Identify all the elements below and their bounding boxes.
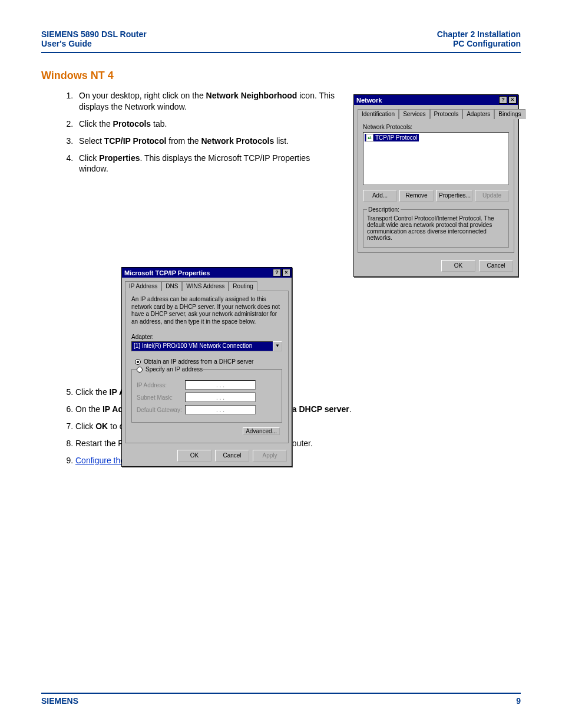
ip-address-input[interactable]: . . .	[185, 380, 256, 390]
page-footer: SIEMENS 9	[41, 693, 521, 706]
remove-button[interactable]: Remove	[399, 190, 434, 202]
network-tabs: Identification Services Protocols Adapte…	[354, 105, 518, 118]
subnet-mask-input[interactable]: . . .	[185, 393, 256, 402]
header-right: Chapter 2 Installation PC Configuration	[437, 29, 521, 48]
close-icon[interactable]: ×	[282, 269, 290, 276]
radio-icon	[137, 367, 143, 373]
radio-obtain-dhcp[interactable]: Obtain an IP address from a DHCP server	[135, 358, 282, 365]
network-dialog: Network ? × Identification Services Prot…	[353, 94, 518, 277]
specify-ip-group: Specify an IP address IP Address:. . . S…	[131, 366, 282, 423]
tab-bindings[interactable]: Bindings	[494, 109, 525, 119]
default-gateway-input[interactable]: . . .	[185, 405, 256, 414]
network-protocols-label: Network Protocols:	[363, 124, 509, 130]
instruction-list-top: On your desktop, right click on the Netw…	[41, 90, 336, 174]
apply-button[interactable]: Apply	[253, 450, 287, 462]
subnet-mask-label: Subnet Mask:	[137, 394, 183, 401]
network-title: Network	[356, 97, 382, 104]
tab-routing[interactable]: Routing	[229, 281, 257, 291]
tcpip-properties-dialog: Microsoft TCP/IP Properties ? × IP Addre…	[121, 267, 292, 467]
ok-button[interactable]: OK	[177, 450, 211, 462]
tcpip-tabs: IP Address DNS WINS Address Routing	[122, 278, 292, 291]
header-section: PC Configuration	[437, 39, 521, 48]
network-protocols-list[interactable]: ⇄ TCP/IP Protocol	[363, 132, 509, 185]
help-icon[interactable]: ?	[273, 269, 281, 276]
section-title: Windows NT 4	[41, 70, 521, 82]
ip-address-label: IP Address:	[137, 382, 183, 388]
update-button[interactable]: Update	[475, 190, 509, 202]
tab-adapters[interactable]: Adapters	[462, 109, 494, 119]
description-group: Description: Transport Control Protocol/…	[363, 206, 509, 248]
network-titlebar[interactable]: Network ? ×	[354, 95, 518, 105]
tab-dns[interactable]: DNS	[161, 281, 182, 291]
header-guide: User's Guide	[41, 39, 147, 48]
tab-services[interactable]: Services	[399, 109, 429, 119]
ok-button[interactable]: OK	[441, 260, 475, 272]
header-left: SIEMENS 5890 DSL Router User's Guide	[41, 29, 147, 48]
header-product: SIEMENS 5890 DSL Router	[41, 29, 147, 39]
footer-brand: SIEMENS	[41, 696, 78, 706]
step-4: Click Properties. This displays the Micr…	[75, 153, 336, 175]
properties-button[interactable]: Properties...	[436, 190, 472, 202]
tab-ip-address[interactable]: IP Address	[125, 281, 161, 291]
step-1: On your desktop, right click on the Netw…	[75, 90, 336, 113]
adapter-value: [1] Intel(R) PRO/100 VM Network Connecti…	[131, 341, 273, 351]
radio-specify-ip[interactable]: Specify an IP address	[137, 366, 203, 373]
adapter-combo[interactable]: [1] Intel(R) PRO/100 VM Network Connecti…	[131, 341, 282, 351]
description-text: Transport Control Protocol/Internet Prot…	[367, 215, 505, 243]
tcpip-help-text: An IP address can be automatically assig…	[131, 296, 282, 325]
tcpip-title: Microsoft TCP/IP Properties	[124, 269, 210, 276]
step-2: Click the Protocols tab.	[75, 118, 336, 130]
cancel-button[interactable]: Cancel	[479, 260, 513, 272]
description-legend: Description:	[367, 206, 401, 213]
page-number: 9	[516, 696, 521, 706]
tab-identification[interactable]: Identification	[358, 109, 399, 119]
close-icon[interactable]: ×	[508, 96, 517, 104]
header-chapter: Chapter 2 Installation	[437, 29, 521, 39]
step-3: Select TCP/IP Protocol from the Network …	[75, 136, 336, 147]
chevron-down-icon[interactable]: ▼	[273, 341, 282, 351]
list-item-tcpip[interactable]: ⇄ TCP/IP Protocol	[365, 134, 419, 141]
tab-wins-address[interactable]: WINS Address	[182, 281, 229, 291]
add-button[interactable]: Add...	[363, 190, 397, 202]
default-gateway-label: Default Gateway:	[137, 407, 183, 413]
adapter-label: Adapter:	[131, 334, 282, 340]
advanced-button[interactable]: Advanced...	[243, 427, 280, 435]
protocol-icon: ⇄	[366, 134, 373, 141]
help-icon[interactable]: ?	[499, 96, 507, 104]
radio-icon	[135, 359, 141, 365]
tab-protocols[interactable]: Protocols	[430, 109, 463, 119]
page-header: SIEMENS 5890 DSL Router User's Guide Cha…	[41, 29, 521, 53]
cancel-button[interactable]: Cancel	[215, 450, 249, 462]
tcpip-titlebar[interactable]: Microsoft TCP/IP Properties ? ×	[122, 268, 292, 278]
